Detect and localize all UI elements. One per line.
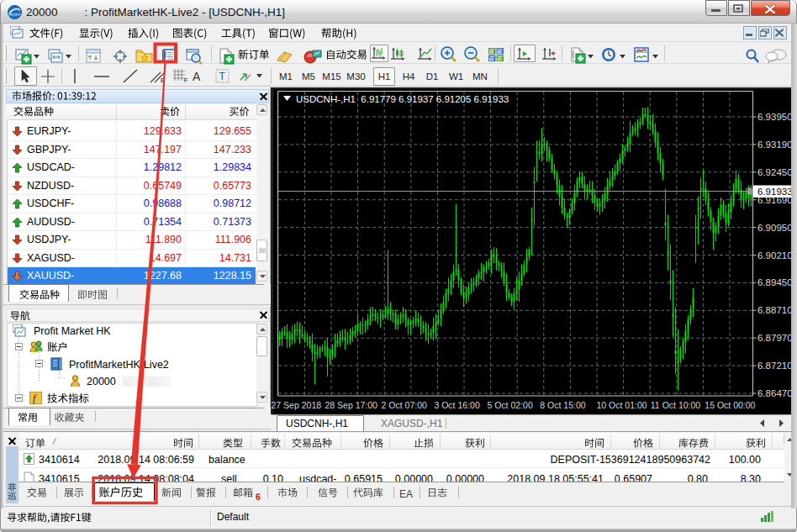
- svg-text:T: T: [219, 71, 226, 82]
- svg-text:6.89450: 6.89450: [757, 277, 793, 287]
- svg-text:USDCNH-,H1 6.91779 6.91937 6.: USDCNH-,H1 6.91779 6.91937 6.91205 6.919…: [296, 94, 509, 104]
- svg-text:A: A: [193, 70, 201, 82]
- svg-text:E: E: [161, 77, 165, 83]
- svg-text:28 Sep 17:00: 28 Sep 17:00: [325, 400, 377, 410]
- svg-text:6.93190: 6.93190: [757, 140, 793, 150]
- svg-text:10 Oct 01:00: 10 Oct 01:00: [596, 400, 647, 410]
- svg-text:6.93950: 6.93950: [757, 112, 793, 122]
- svg-text:6.88710: 6.88710: [757, 305, 793, 315]
- svg-text:6.91933: 6.91933: [757, 187, 793, 197]
- svg-text:PROFIT: PROFIT: [8, 13, 21, 17]
- svg-text:6.90950: 6.90950: [757, 223, 793, 233]
- svg-text:11 Oct 10:00: 11 Oct 10:00: [651, 400, 701, 410]
- svg-text:6.87970: 6.87970: [757, 333, 793, 343]
- svg-text:6.86470: 6.86470: [757, 388, 793, 398]
- svg-text:2 Oct 07:00: 2 Oct 07:00: [382, 400, 427, 410]
- svg-text:6.92450: 6.92450: [757, 167, 793, 177]
- svg-text:3 Oct 16:00: 3 Oct 16:00: [434, 400, 479, 410]
- svg-text:F: F: [184, 77, 187, 83]
- svg-text:8 Oct 15:00: 8 Oct 15:00: [540, 400, 585, 410]
- svg-text:15 Oct 00:00: 15 Oct 00:00: [705, 400, 755, 410]
- svg-text:27 Sep 2018: 27 Sep 2018: [272, 400, 322, 410]
- svg-text:5 Oct 02:00: 5 Oct 02:00: [487, 400, 532, 410]
- svg-text:6.87210: 6.87210: [757, 361, 793, 371]
- svg-text:6.90210: 6.90210: [757, 250, 793, 261]
